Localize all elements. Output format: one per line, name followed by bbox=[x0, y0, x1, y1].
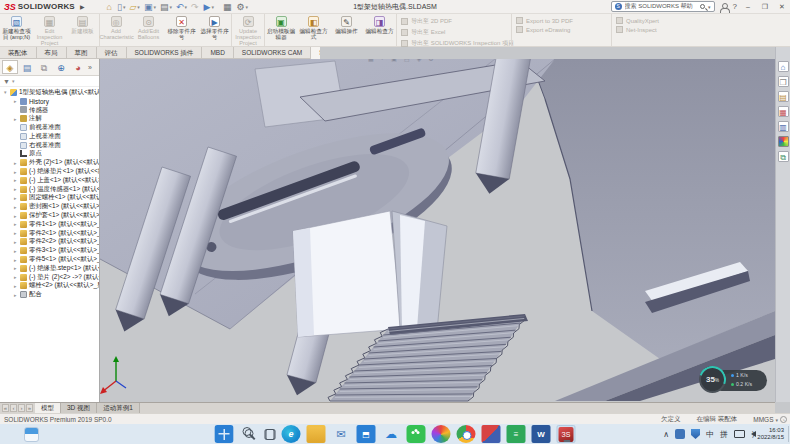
panel-tab[interactable]: ⊕ bbox=[53, 60, 69, 74]
close-button[interactable]: ✕ bbox=[776, 3, 788, 11]
export-button[interactable]: 导出至 2D PDF bbox=[401, 17, 511, 26]
tray-icon[interactable]: 拼 bbox=[720, 429, 728, 440]
quick-access-button[interactable]: ▣▾ bbox=[144, 2, 156, 12]
tab-nav-arrow-icon[interactable]: › bbox=[18, 404, 25, 412]
tree-row[interactable]: 右视基准面 bbox=[0, 141, 99, 150]
ribbon-button[interactable]: ◧ 编辑检查方式 bbox=[297, 14, 330, 46]
quick-access-button[interactable]: ▤▾ bbox=[160, 2, 172, 12]
ribbon-button[interactable]: ✎ 编辑操作 bbox=[330, 14, 363, 46]
tab-nav-arrow-icon[interactable]: ‹ bbox=[10, 404, 17, 412]
tree-row[interactable]: ▸ (-) 温度传感器<1> (默认<<默认>_显 bbox=[0, 185, 99, 194]
tab-nav-arrow-icon[interactable]: » bbox=[26, 404, 33, 412]
taskbar-app-button[interactable] bbox=[215, 425, 234, 443]
tree-row[interactable]: ▸ History bbox=[0, 97, 99, 106]
taskbar-app-button[interactable] bbox=[307, 425, 326, 443]
panel-tab[interactable]: ⧉ bbox=[36, 60, 52, 74]
taskbar-app-button[interactable] bbox=[482, 425, 501, 443]
export-button[interactable]: QualityXpert bbox=[616, 17, 699, 24]
taskbar-app-button[interactable] bbox=[457, 425, 476, 443]
tree-row[interactable]: ▸ 零件3<1> (默认<<默认>_显示状态 bbox=[0, 246, 99, 255]
heads-up-icon[interactable]: ▣ bbox=[391, 59, 397, 62]
commandmanager-tab[interactable]: 草图 bbox=[67, 47, 97, 59]
heads-up-icon[interactable]: ▦ bbox=[368, 59, 374, 62]
ribbon-button[interactable]: ▣ 启动模板编辑器 bbox=[264, 14, 297, 46]
tree-row[interactable]: ▸ 零件2<2> (默认<<默认>_显示状态 bbox=[0, 238, 99, 247]
tab-nav-arrow-icon[interactable]: « bbox=[2, 404, 9, 412]
ribbon-button[interactable]: ⟳ Update Inspection Project bbox=[231, 14, 264, 46]
tree-row[interactable]: ▸ 配合 bbox=[0, 290, 99, 299]
task-pane-icon[interactable]: ▤ bbox=[778, 91, 789, 102]
taskbar-app-button[interactable]: e bbox=[282, 425, 301, 443]
quick-access-button[interactable]: ⚙▾ bbox=[237, 2, 249, 12]
taskbar-app-button[interactable]: W bbox=[532, 425, 551, 443]
quick-access-button[interactable]: ▯▾ bbox=[117, 2, 125, 12]
ribbon-button[interactable]: ▶ 选择零件序号 bbox=[198, 14, 231, 46]
taskbar-app-button[interactable]: ✉ bbox=[332, 425, 351, 443]
export-button[interactable]: 导出至 Excel bbox=[401, 28, 511, 37]
taskbar-app-button[interactable]: ЗS bbox=[557, 425, 576, 443]
tree-row[interactable]: 前视基准面 bbox=[0, 123, 99, 132]
solidworks-logo[interactable]: ЗS SOLIDWORKS ▶ bbox=[0, 2, 89, 12]
tree-row[interactable]: ▸ 保护套<1> (默认<<默认>_显示状态 bbox=[0, 211, 99, 220]
taskbar-app-button[interactable] bbox=[432, 425, 451, 443]
tree-row[interactable]: ▸ (-) 垫片 (2)<2> ->? (默认<<默认>_ bbox=[0, 273, 99, 282]
tree-row[interactable]: ▸ 螺栓<2> (默认<<默认>_显示状态< bbox=[0, 282, 99, 291]
panel-tab[interactable]: ◈ bbox=[2, 60, 18, 74]
minimize-button[interactable]: – bbox=[742, 3, 754, 10]
tree-row[interactable]: ▸ 零件2<1> (默认<<默认>_显示状态 bbox=[0, 229, 99, 238]
quick-access-button[interactable]: ↶▾ bbox=[176, 2, 187, 12]
commandmanager-tab[interactable]: SOLIDWORKS 插件 bbox=[127, 47, 203, 59]
tree-row[interactable]: ▸ 固定螺栓<1> (默认<<默认>_显示状 bbox=[0, 194, 99, 203]
graphics-viewport[interactable]: ▦◐▣⬒◈⚙ bbox=[100, 59, 775, 402]
task-pane-icon[interactable]: ● bbox=[778, 136, 789, 147]
tree-row[interactable]: 传感器 bbox=[0, 106, 99, 115]
heads-up-icon[interactable]: ◈ bbox=[417, 59, 422, 62]
tree-filter[interactable]: ▼ ▾ bbox=[0, 76, 99, 87]
tree-row[interactable]: ▸ 零件5<1> (默认<<默认>_显示状态 bbox=[0, 255, 99, 264]
export-button[interactable]: Export eDrawing bbox=[516, 26, 611, 33]
tray-icon[interactable]: 中 bbox=[706, 429, 714, 440]
tray-icon[interactable] bbox=[734, 430, 745, 438]
sensor-block[interactable] bbox=[293, 211, 447, 337]
status-tip-icon[interactable]: ◔ bbox=[780, 416, 787, 423]
tree-row[interactable]: 原点 bbox=[0, 150, 99, 159]
taskbar-clock[interactable]: 16:03 2022/8/15 bbox=[757, 427, 784, 441]
heads-up-icon[interactable]: ⚙ bbox=[428, 59, 433, 62]
quick-access-button[interactable]: ▱▾ bbox=[129, 2, 139, 12]
ribbon-button[interactable]: ▤ 新建模板 bbox=[66, 14, 99, 46]
ribbon-button[interactable]: ▧ 新建检查项目 (amp;N) bbox=[0, 14, 33, 46]
taskbar-app-button[interactable]: ≡ bbox=[507, 425, 526, 443]
taskbar-app-button[interactable] bbox=[240, 425, 259, 443]
ribbon-button[interactable]: ▦ Edit Inspection Project bbox=[33, 14, 66, 46]
help-button[interactable]: ? bbox=[733, 2, 737, 11]
restore-button[interactable]: ❐ bbox=[759, 3, 771, 11]
commandmanager-tab[interactable]: 装配体 bbox=[0, 47, 37, 59]
export-button[interactable]: Export to 3D PDF bbox=[516, 17, 611, 24]
tray-icon[interactable] bbox=[675, 429, 685, 439]
tree-row[interactable]: ▸ 注解 bbox=[0, 114, 99, 123]
taskbar-app-button[interactable] bbox=[407, 425, 426, 443]
taskbar-app-button[interactable] bbox=[265, 429, 276, 440]
panel-tab[interactable]: ◕ bbox=[70, 60, 86, 74]
commandmanager-tab[interactable]: MBD bbox=[202, 47, 233, 59]
taskbar-app-button[interactable]: ☁ bbox=[382, 425, 401, 443]
ribbon-button[interactable]: ◎ Add Characteristic bbox=[99, 14, 132, 46]
commandmanager-tab[interactable]: SOLIDWORKS CAM bbox=[234, 47, 311, 59]
model-tab[interactable]: 运动算例1 bbox=[97, 403, 140, 413]
task-pane-icon[interactable]: ⧉ bbox=[778, 151, 789, 162]
ribbon-button[interactable]: ⊙ Add/Edit Balloons bbox=[132, 14, 165, 46]
search-icon[interactable] bbox=[700, 4, 705, 9]
tree-row[interactable]: ▸ 零件1<1> (默认<<默认>_显示状态= bbox=[0, 220, 99, 229]
tree-row[interactable]: ▸ (-) 绝缘垫.step<1> (默认<<默认>_ bbox=[0, 264, 99, 273]
widgets-button[interactable] bbox=[24, 427, 39, 442]
tree-row[interactable]: ▸ 外壳 (2)<1> (默认<<默认>_显示状态 bbox=[0, 158, 99, 167]
login-icon[interactable] bbox=[720, 3, 728, 11]
menu-flyout-icon[interactable]: ▶ bbox=[80, 3, 85, 10]
quick-access-button[interactable]: ▦ bbox=[223, 2, 233, 12]
task-pane-icon[interactable]: ▥ bbox=[778, 121, 789, 132]
tray-icon[interactable]: ∧ bbox=[663, 430, 669, 439]
commandmanager-tab[interactable]: 评估 bbox=[97, 47, 127, 59]
tray-icon[interactable] bbox=[751, 431, 756, 437]
ribbon-button[interactable]: ◨ 编辑检查方 bbox=[363, 14, 396, 46]
quick-access-button[interactable]: ↷ bbox=[191, 2, 200, 12]
